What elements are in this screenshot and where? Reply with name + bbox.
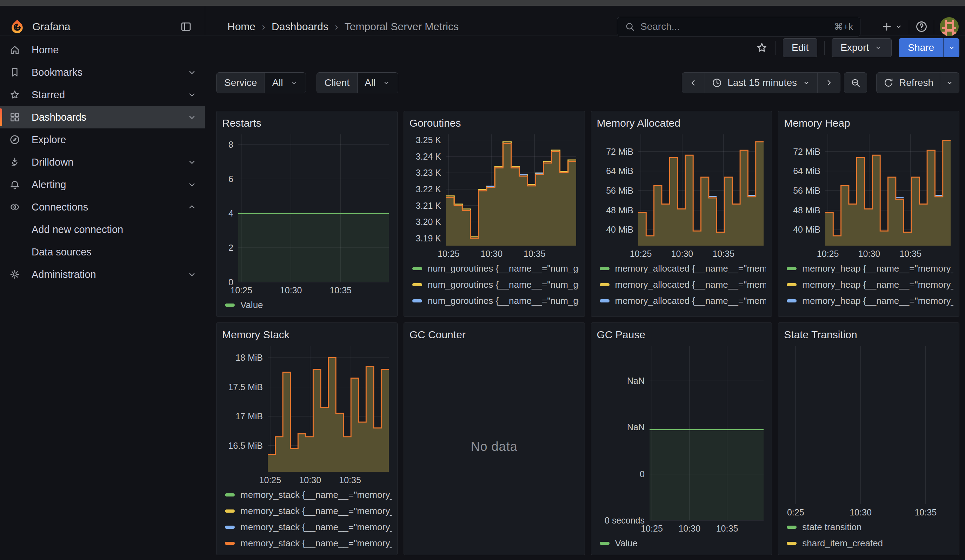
avatar[interactable] bbox=[940, 17, 959, 36]
chart[interactable]: 18 MiB17.5 MiB17 MiB16.5 MiB10:2510:3010… bbox=[222, 342, 392, 487]
plus-icon bbox=[881, 21, 893, 33]
panel-title[interactable]: Memory Stack bbox=[222, 328, 392, 342]
legend-series-label[interactable]: memory_heap {__name__="memory_h bbox=[802, 279, 954, 290]
refresh-button[interactable]: Refresh bbox=[876, 72, 940, 93]
edit-button[interactable]: Edit bbox=[783, 38, 817, 57]
chart-canvas[interactable]: 3.25 K3.24 K3.23 K3.22 K3.21 K3.20 K3.19… bbox=[409, 130, 579, 260]
chart-canvas[interactable]: 72 MiB64 MiB56 MiB48 MiB40 MiB10:2510:30… bbox=[784, 130, 954, 260]
chart-canvas[interactable]: 0:2510:3010:35 bbox=[784, 342, 954, 519]
sidebar-item-dashboards[interactable]: Dashboards bbox=[0, 106, 205, 129]
grafana-logo-icon[interactable] bbox=[9, 19, 25, 35]
add-new-button[interactable] bbox=[881, 21, 903, 33]
share-split-button: Share bbox=[899, 38, 959, 57]
chart-canvas[interactable]: 18 MiB17.5 MiB17 MiB16.5 MiB10:2510:3010… bbox=[222, 342, 392, 487]
legend-series-label[interactable]: memory_allocated {__name__="memo bbox=[615, 279, 766, 290]
chart[interactable]: 8642010:2510:3010:35 bbox=[222, 130, 392, 297]
legend-item: memory_allocated {__name__="memo bbox=[597, 276, 766, 292]
time-forward-button[interactable] bbox=[817, 72, 841, 93]
sidebar-item-administration[interactable]: Administration bbox=[0, 263, 205, 286]
legend-series-label[interactable]: num_goroutines {__name__="num_go bbox=[428, 296, 579, 306]
time-back-button[interactable] bbox=[682, 72, 705, 93]
svg-text:3.22 K: 3.22 K bbox=[415, 184, 441, 194]
service-label: Service bbox=[216, 73, 265, 93]
chart[interactable]: 72 MiB64 MiB56 MiB48 MiB40 MiB10:2510:30… bbox=[784, 130, 954, 260]
share-button[interactable]: Share bbox=[899, 38, 943, 57]
panel-title[interactable]: State Transition bbox=[784, 328, 954, 342]
legend: state transitionshard_item_created bbox=[784, 519, 954, 551]
legend-series-label[interactable]: memory_allocated {__name__="memo bbox=[615, 296, 766, 306]
panel-title[interactable]: GC Counter bbox=[409, 328, 579, 342]
chart-canvas[interactable]: NaNNaN00 seconds10:2510:3010:35 bbox=[597, 342, 766, 535]
legend-series-label[interactable]: memory_allocated {__name__="memo bbox=[615, 312, 766, 313]
sidebar-item-connections[interactable]: Connections bbox=[0, 196, 205, 218]
legend-series-label[interactable]: num_goroutines {__name__="num_go bbox=[428, 263, 579, 274]
sidebar-item-bookmarks[interactable]: Bookmarks bbox=[0, 61, 205, 83]
legend-series-label[interactable]: memory_heap {__name__="memory_h bbox=[802, 312, 954, 313]
chart[interactable]: 0:2510:3010:35 bbox=[784, 342, 954, 519]
clock-icon bbox=[711, 77, 723, 88]
breadcrumb-item[interactable]: Home bbox=[227, 21, 255, 33]
legend-series-label[interactable]: memory_allocated {__name__="memo bbox=[615, 263, 766, 274]
legend-series-label[interactable]: Value bbox=[615, 538, 638, 549]
sidebar-item-alerting[interactable]: Alerting bbox=[0, 173, 205, 196]
search-input[interactable]: Search... ⌘+k bbox=[617, 17, 860, 36]
legend-series-color bbox=[787, 267, 797, 270]
chevron-left-icon bbox=[689, 78, 698, 88]
svg-text:8: 8 bbox=[229, 140, 233, 149]
sidebar-item-explore[interactable]: Explore bbox=[0, 129, 205, 151]
breadcrumb-separator: › bbox=[329, 21, 345, 33]
chart-canvas[interactable]: 72 MiB64 MiB56 MiB48 MiB40 MiB10:2510:30… bbox=[597, 130, 766, 260]
legend-series-label[interactable]: Value bbox=[240, 300, 263, 310]
chart[interactable]: 72 MiB64 MiB56 MiB48 MiB40 MiB10:2510:30… bbox=[597, 130, 766, 260]
time-range-picker[interactable]: Last 15 minutes bbox=[705, 72, 818, 93]
panel-title[interactable]: GC Pause bbox=[597, 328, 766, 342]
legend-series-label[interactable]: state transition bbox=[802, 522, 862, 533]
legend-series-label[interactable]: memory_heap {__name__="memory_h bbox=[802, 296, 954, 306]
chart-canvas[interactable]: 8642010:2510:3010:35 bbox=[222, 130, 392, 297]
svg-text:2: 2 bbox=[229, 243, 233, 253]
panel-title[interactable]: Memory Heap bbox=[784, 116, 954, 130]
sidebar-item-add-new-connection[interactable]: Add new connection bbox=[0, 218, 205, 241]
sidebar-item-starred[interactable]: Starred bbox=[0, 83, 205, 106]
service-variable-dropdown[interactable]: Service All bbox=[216, 72, 306, 93]
sidebar-item-home[interactable]: Home bbox=[0, 39, 205, 61]
legend-series-label[interactable]: memory_stack {__name__="memory_s bbox=[240, 490, 392, 500]
legend-item: memory_allocated {__name__="memo bbox=[597, 309, 766, 313]
chevron-down-icon bbox=[187, 90, 197, 100]
chevron-right-icon bbox=[824, 78, 834, 88]
nav-divider bbox=[205, 6, 205, 36]
svg-text:17.5 MiB: 17.5 MiB bbox=[228, 382, 263, 392]
legend-series-color bbox=[600, 283, 610, 286]
brand-label[interactable]: Grafana bbox=[32, 21, 70, 33]
panel-title[interactable]: Memory Allocated bbox=[597, 116, 766, 130]
client-variable-dropdown[interactable]: Client All bbox=[317, 72, 399, 93]
legend-series-label[interactable]: num_goroutines {__name__="num_go bbox=[428, 279, 579, 290]
share-dropdown-button[interactable] bbox=[943, 38, 959, 57]
svg-text:56 MiB: 56 MiB bbox=[793, 186, 820, 196]
legend-series-label[interactable]: shard_item_created bbox=[802, 538, 883, 549]
help-button[interactable] bbox=[915, 20, 928, 33]
legend-series-label[interactable]: memory_stack {__name__="memory_s bbox=[240, 538, 392, 549]
sidebar-item-label: Add new connection bbox=[31, 224, 123, 235]
panel-title[interactable]: Goroutines bbox=[409, 116, 579, 130]
zoom-out-button[interactable] bbox=[844, 72, 867, 93]
legend-series-label[interactable]: memory_heap {__name__="memory_h bbox=[802, 263, 954, 274]
sidebar-item-label: Explore bbox=[31, 134, 66, 145]
sidebar-item-drilldown[interactable]: Drilldown bbox=[0, 151, 205, 173]
legend-series-label[interactable]: memory_stack {__name__="memory_s bbox=[240, 522, 392, 533]
legend-item: memory_stack {__name__="memory_s bbox=[222, 519, 392, 535]
sidebar-item-data-sources[interactable]: Data sources bbox=[0, 241, 205, 263]
breadcrumb-item[interactable]: Dashboards bbox=[272, 21, 329, 33]
legend-item: memory_heap {__name__="memory_h bbox=[784, 276, 954, 292]
chart[interactable]: NaNNaN00 seconds10:2510:3010:35 bbox=[597, 342, 766, 535]
legend-series-label[interactable]: num_goroutines {__name__="num_go bbox=[428, 312, 579, 313]
favorite-star-button[interactable] bbox=[755, 41, 769, 54]
panel-title[interactable]: Restarts bbox=[222, 116, 392, 130]
dashboards-grid-icon bbox=[8, 111, 21, 123]
chart[interactable]: 3.25 K3.24 K3.23 K3.22 K3.21 K3.20 K3.19… bbox=[409, 130, 579, 260]
refresh-interval-button[interactable] bbox=[940, 72, 959, 93]
star-icon bbox=[8, 89, 21, 101]
legend-series-color bbox=[225, 304, 235, 307]
legend-series-label[interactable]: memory_stack {__name__="memory_s bbox=[240, 506, 392, 516]
export-button[interactable]: Export bbox=[832, 38, 891, 57]
